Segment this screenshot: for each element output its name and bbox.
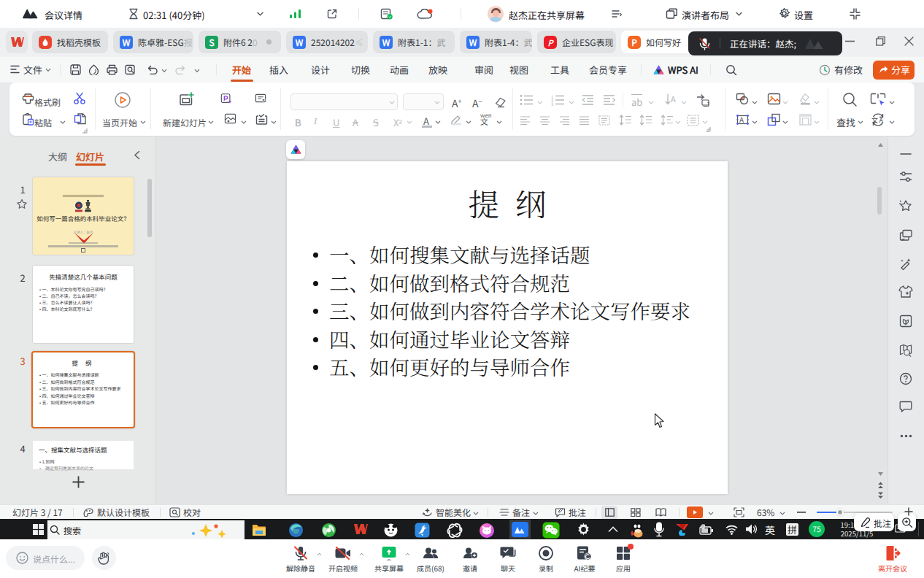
- svg-text:A: A: [739, 114, 744, 125]
- svg-text:文: 文: [871, 115, 878, 125]
- svg-text:A: A: [879, 115, 884, 125]
- svg-text:3: 3: [551, 101, 553, 106]
- svg-text:A: A: [671, 93, 676, 104]
